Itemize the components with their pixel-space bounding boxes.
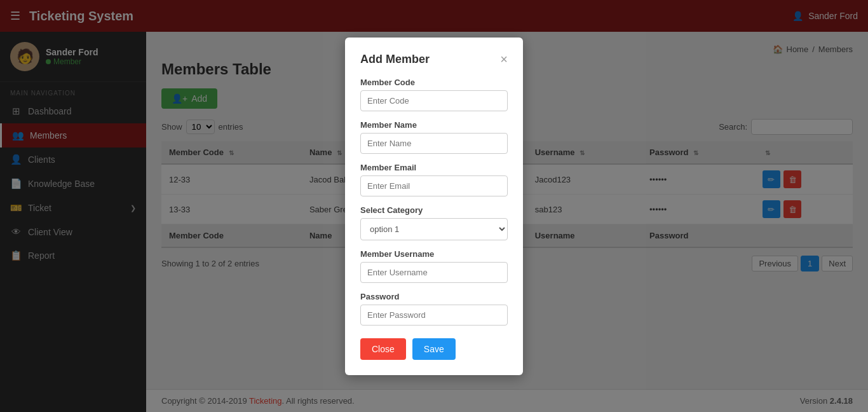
- label-select-category: Select Category: [360, 205, 508, 215]
- modal-title: Add Member: [360, 53, 430, 66]
- label-member-code: Member Code: [360, 78, 508, 87]
- label-member-email: Member Email: [360, 163, 508, 172]
- label-password: Password: [360, 292, 508, 301]
- form-group-code: Member Code: [360, 78, 508, 111]
- modal-header: Add Member ×: [360, 53, 508, 66]
- form-group-name: Member Name: [360, 120, 508, 154]
- form-group-password: Password: [360, 292, 508, 326]
- input-member-name[interactable]: [360, 133, 508, 154]
- modal-close-x-button[interactable]: ×: [500, 53, 508, 65]
- modal-close-button[interactable]: Close: [360, 338, 406, 360]
- input-member-email[interactable]: [360, 175, 508, 196]
- modal-overlay: Add Member × Member Code Member Name Mem…: [0, 0, 868, 412]
- input-member-username[interactable]: [360, 262, 508, 283]
- form-group-category: Select Category option 1 option 2 option…: [360, 205, 508, 240]
- add-member-modal: Add Member × Member Code Member Name Mem…: [345, 38, 523, 375]
- label-member-username: Member Username: [360, 249, 508, 259]
- label-member-name: Member Name: [360, 120, 508, 130]
- form-group-email: Member Email: [360, 163, 508, 196]
- input-member-code[interactable]: [360, 90, 508, 111]
- input-password[interactable]: [360, 305, 508, 326]
- select-category[interactable]: option 1 option 2 option 3: [360, 218, 508, 240]
- modal-footer: Close Save: [360, 338, 508, 360]
- form-group-username: Member Username: [360, 249, 508, 283]
- modal-save-button[interactable]: Save: [412, 338, 456, 360]
